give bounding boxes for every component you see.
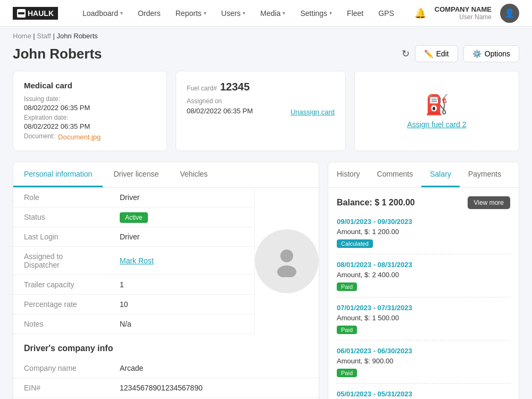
ein-value: 12345678901234567890 [109, 378, 319, 398]
status-badge: Paid [337, 326, 357, 334]
chevron-down-icon: ▾ [329, 10, 332, 16]
fuel-card: Fuel card# 12345 Assigned on 08/02/2022 … [176, 71, 346, 151]
company-name: COMPANY NAME [435, 5, 492, 13]
salary-amount: Amount, $: 1 500.00 [337, 314, 510, 322]
tab-payments[interactable]: Payments [460, 162, 510, 187]
dispatcher-value: Mark Rost [109, 247, 254, 275]
salary-item-1: 08/01/2023 - 08/31/2023 Amount, $: 2 400… [337, 261, 510, 297]
status-badge: Active [120, 212, 148, 223]
avatar-container [254, 188, 319, 334]
balance-label: Balance: $ 1 200.00 [337, 198, 415, 207]
salary-amount: Amount, $: 900.00 [337, 357, 510, 365]
dispatcher-link[interactable]: Mark Rost [120, 256, 154, 265]
chevron-down-icon: ▾ [120, 10, 123, 16]
tab-vehicles[interactable]: Vehicles [169, 162, 218, 187]
chevron-down-icon: ▾ [243, 10, 245, 16]
status-badge: Paid [337, 282, 357, 291]
table-row: Status Active [13, 207, 254, 227]
tab-driver-license[interactable]: Driver license [103, 162, 169, 187]
company-name-label: Company name [13, 359, 109, 378]
status-badge: Calculated [337, 239, 373, 248]
tab-comments[interactable]: Comments [369, 162, 422, 187]
document-link[interactable]: Document.jpg [58, 133, 101, 141]
status-badge: Paid [337, 369, 357, 377]
assign-fuel-link[interactable]: Assign fuel card 2 [407, 120, 466, 129]
page-header: John Roberts ↻ ✏️ Edit ⚙️ Options [0, 45, 532, 71]
role-label: Role [13, 188, 109, 207]
salary-date: 06/01/2023 - 06/30/2023 [337, 347, 510, 355]
fuel-pump-icon: ⛽ [425, 94, 449, 116]
table-row: Trailer capacity 1 [13, 275, 254, 295]
salary-amount: Amount, $: 2 400.00 [337, 271, 510, 279]
logo-text: HAULK [28, 9, 54, 18]
issuing-label: Issuing date: [24, 95, 156, 103]
fuel-card-number: 12345 [220, 81, 250, 93]
header-actions: ↻ ✏️ Edit ⚙️ Options [402, 45, 519, 62]
nav-users[interactable]: Users ▾ [214, 0, 253, 27]
last-login-label: Last Login [13, 227, 109, 247]
nav-media[interactable]: Media ▾ [253, 0, 293, 27]
nav-orders[interactable]: Orders [130, 0, 168, 27]
user-name: User Name [435, 13, 492, 21]
nav-loadboard[interactable]: Loadboard ▾ [75, 0, 130, 27]
nav-reports[interactable]: Reports ▾ [168, 0, 214, 27]
tab-history[interactable]: History [328, 162, 369, 187]
assign-fuel-card: ⛽ Assign fuel card 2 [354, 71, 519, 151]
table-row: Last Login Driver [13, 227, 254, 247]
table-row: Role Driver [13, 188, 254, 207]
company-name-value: Arcade [109, 359, 319, 378]
table-row: EIN# 12345678901234567890 [13, 378, 319, 398]
medical-card-title: Medical card [24, 81, 156, 90]
driver-avatar [255, 229, 319, 293]
percentage-label: Percentage rate [13, 295, 109, 314]
logo[interactable]: HAULK [13, 7, 58, 20]
nav-fleet[interactable]: Fleet [339, 0, 371, 27]
issuing-value: 08/02/2022 06:35 PM [24, 104, 156, 112]
options-button[interactable]: ⚙️ Options [463, 45, 519, 62]
status-label: Status [13, 207, 109, 227]
personal-info-table: Role Driver Status Active Last Login Dri… [13, 188, 254, 334]
nav-settings[interactable]: Settings ▾ [293, 0, 339, 27]
breadcrumb-staff[interactable]: Staff [37, 32, 51, 40]
svg-rect-1 [18, 12, 24, 14]
salary-date: 09/01/2023 - 09/30/2023 [337, 218, 510, 226]
chevron-down-icon: ▾ [282, 10, 285, 16]
balance-row: Balance: $ 1 200.00 View more [337, 196, 510, 209]
expiration-value: 08/02/2022 06:35 PM [24, 122, 156, 130]
tab-salary[interactable]: Salary [421, 162, 460, 187]
cards-row: Medical card Issuing date: 08/02/2022 06… [0, 71, 532, 162]
company-info: COMPANY NAME User Name [435, 5, 492, 21]
breadcrumb-home[interactable]: Home [13, 32, 31, 40]
edit-button[interactable]: ✏️ Edit [415, 45, 458, 62]
notification-bell[interactable]: 🔔 [414, 7, 426, 19]
table-row: Assigned to Dispatcher Mark Rost [13, 247, 254, 275]
nav-gps[interactable]: GPS [371, 0, 402, 27]
right-panel: History Comments Salary Payments Balance… [328, 162, 519, 399]
edit-icon: ✏️ [424, 49, 433, 58]
view-more-button[interactable]: View more [468, 196, 510, 209]
fuel-assigned-label: Assigned on [187, 97, 335, 105]
right-tab-bar: History Comments Salary Payments [328, 162, 519, 188]
left-panel: Personal information Driver license Vehi… [13, 162, 319, 399]
refresh-button[interactable]: ↻ [402, 48, 410, 60]
chevron-down-icon: ▾ [204, 10, 206, 16]
trailer-label: Trailer capacity [13, 275, 109, 295]
breadcrumb: Home | Staff | John Roberts [0, 27, 532, 45]
company-info-table: Company name Arcade EIN# 123456789012345… [13, 359, 319, 399]
notes-label: Notes [13, 314, 109, 334]
user-avatar[interactable]: 👤 [500, 4, 519, 23]
tab-bar: Personal information Driver license Vehi… [13, 162, 319, 188]
table-row: Percentage rate 10 [13, 295, 254, 314]
trailer-value: 1 [109, 275, 254, 295]
page-title: John Roberts [13, 46, 102, 62]
document-label: Document: [24, 132, 55, 140]
main-content: Personal information Driver license Vehi… [0, 162, 532, 399]
salary-item-0: 09/01/2023 - 09/30/2023 Amount, $: 1 200… [337, 218, 510, 254]
tab-personal-info[interactable]: Personal information [13, 162, 103, 187]
table-row: Notes N/a [13, 314, 254, 334]
status-value: Active [109, 207, 254, 227]
expiration-label: Expiration date: [24, 114, 156, 121]
unassign-card-link[interactable]: Unassign card [290, 108, 335, 116]
logo-icon [17, 9, 26, 18]
nav-right: 🔔 COMPANY NAME User Name 👤 [414, 4, 519, 23]
